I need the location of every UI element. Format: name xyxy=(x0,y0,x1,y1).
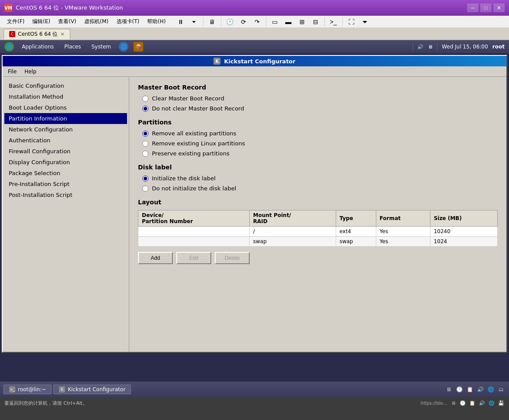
taskbar-kickstart[interactable]: K Kickstart Configurator xyxy=(53,385,131,394)
delete-button[interactable]: Delete xyxy=(215,252,250,264)
disk-label-option-2-label: Do not initialize the disk label xyxy=(152,185,236,192)
toolbar-btn-2[interactable]: ⏷ xyxy=(188,16,200,28)
sidebar-item-pre-install[interactable]: Pre-Installation Script xyxy=(4,179,127,189)
add-button[interactable]: Add xyxy=(138,252,173,264)
sidebar-item-firewall-config[interactable]: Firewall Configuration xyxy=(4,146,127,157)
row1-device xyxy=(138,227,250,237)
layout-table: Device/Partition Number Mount Point/RAID… xyxy=(138,210,498,247)
snapshot2-button[interactable]: ⟳ xyxy=(237,16,250,28)
mbr-option-1-label: Clear Master Boot Record xyxy=(152,95,224,102)
view4-button[interactable]: ⊟ xyxy=(310,16,322,28)
disk-label-option-1-label: Initialize the disk label xyxy=(152,175,216,182)
guest-topbar: 🌀 Applications Places System 🌐 📦 🔊 🖥 Wed… xyxy=(0,40,509,53)
maximize-button[interactable]: □ xyxy=(480,3,492,12)
taskbar-terminal[interactable]: >_ root@lin:~ xyxy=(3,385,52,394)
places-menu[interactable]: Places xyxy=(62,43,83,51)
sidebar-item-network-config[interactable]: Network Configuration xyxy=(4,124,127,135)
statusbar-icon-5: 🌐 xyxy=(488,399,495,406)
tray-icon-4: 🔊 xyxy=(476,385,485,394)
partitions-radio-group: Remove all existing partitions Remove ex… xyxy=(142,130,498,157)
mbr-title: Master Boot Record xyxy=(138,84,498,91)
pause-button[interactable]: ⏸ xyxy=(175,16,187,28)
sidebar-item-post-install[interactable]: Post-Installation Script xyxy=(4,189,127,200)
view2-button[interactable]: ▬ xyxy=(282,16,295,28)
system-menu[interactable]: System xyxy=(89,43,113,51)
kickstart-title-text: Kickstart Configurator xyxy=(224,58,295,65)
send-ctrl-alt-del-button[interactable]: 🖥 xyxy=(206,16,218,28)
toolbar-sep-4 xyxy=(324,17,325,27)
partition-option-1[interactable]: Remove all existing partitions xyxy=(142,130,498,137)
title-bar-left: VM CentOS 6 64 位 - VMware Workstation xyxy=(4,4,123,12)
taskbar-right: 🖥 🕐 📋 🔊 🌐 🗂 xyxy=(444,385,506,394)
minimize-button[interactable]: ─ xyxy=(467,3,478,12)
tray-icon-6: 🗂 xyxy=(497,385,506,394)
disk-label-title: Disk label xyxy=(138,164,498,171)
sidebar-item-authentication[interactable]: Authentication xyxy=(4,135,127,146)
fullscreen-button[interactable]: ⛶ xyxy=(345,16,358,28)
toolbar-sep-5 xyxy=(342,17,343,27)
statusbar-right: https://blo... 🖥 🕐 📋 🔊 🌐 💾 xyxy=(421,399,505,406)
view3-button[interactable]: ⊞ xyxy=(296,16,308,28)
partition-radio-2[interactable] xyxy=(142,141,148,147)
menu-file[interactable]: 文件(F) xyxy=(3,17,28,26)
kickstart-window: K Kickstart Configurator File Help Basic… xyxy=(2,55,507,353)
col-type: Type xyxy=(336,210,376,227)
sidebar-item-package-selection[interactable]: Package Selection xyxy=(4,168,127,179)
right-panel: Master Boot Record Clear Master Boot Rec… xyxy=(129,77,506,352)
snapshot-button[interactable]: 🕐 xyxy=(224,16,236,28)
tab-close-button[interactable]: ✕ xyxy=(60,31,64,37)
partition-option-1-label: Remove all existing partitions xyxy=(152,130,236,137)
statusbar-icon-2: 🕐 xyxy=(459,399,466,406)
edit-button[interactable]: Edit xyxy=(176,252,211,264)
view-button[interactable]: ▭ xyxy=(269,16,281,28)
partition-radio-3[interactable] xyxy=(142,151,148,157)
disk-label-radio-1[interactable] xyxy=(142,176,148,182)
disk-label-option-1[interactable]: Initialize the disk label xyxy=(142,175,498,182)
vm-tab[interactable]: C CentOS 6 64 位 ✕ xyxy=(3,29,70,39)
row1-type: ext4 xyxy=(336,227,376,237)
terminal-icon: >_ xyxy=(9,386,15,392)
mbr-radio-2[interactable] xyxy=(142,106,148,112)
menu-tabs[interactable]: 选项卡(T) xyxy=(113,17,143,26)
partition-option-3[interactable]: Preserve existing partitions xyxy=(142,150,498,157)
menu-view[interactable]: 查看(V) xyxy=(55,17,80,26)
menu-vm[interactable]: 虚拟机(M) xyxy=(81,17,112,26)
sidebar-item-display-config[interactable]: Display Configuration xyxy=(4,157,127,168)
mbr-option-2[interactable]: Do not clear Master Boot Record xyxy=(142,105,498,112)
tray-icon-3: 📋 xyxy=(465,385,474,394)
guest-area: 🌀 Applications Places System 🌐 📦 🔊 🖥 Wed… xyxy=(0,40,509,409)
col-mount: Mount Point/RAID xyxy=(249,210,336,227)
topbar-volume-icon: 🔊 xyxy=(417,44,423,50)
disk-label-radio-2[interactable] xyxy=(142,186,148,192)
toolbar-sep-1 xyxy=(203,17,203,27)
statusbar: 要返回到您的计算机，请按 Ctrl+Alt。 https://blo... 🖥 … xyxy=(0,397,509,409)
partitions-title: Partitions xyxy=(138,119,498,126)
col-format: Format xyxy=(376,210,430,227)
sidebar-item-installation-method[interactable]: Installation Method xyxy=(4,91,127,102)
statusbar-icon-1: 🖥 xyxy=(450,399,457,406)
menu-edit[interactable]: 编辑(E) xyxy=(29,17,54,26)
user-display: root xyxy=(492,44,505,50)
sidebar: Basic Configuration Installation Method … xyxy=(3,77,129,352)
fullscreen2-button[interactable]: ⏷ xyxy=(359,16,371,28)
snapshot3-button[interactable]: ↷ xyxy=(251,16,263,28)
mbr-radio-1[interactable] xyxy=(142,96,148,102)
close-button[interactable]: ✕ xyxy=(493,3,505,12)
guest-topbar-left: 🌀 Applications Places System 🌐 📦 xyxy=(4,42,143,52)
disk-label-option-2[interactable]: Do not initialize the disk label xyxy=(142,185,498,192)
mbr-option-1[interactable]: Clear Master Boot Record xyxy=(142,95,498,102)
kickstart-menubar: File Help xyxy=(3,66,506,77)
applications-menu[interactable]: Applications xyxy=(19,43,56,51)
topbar-network-icon: 🖥 xyxy=(428,44,433,50)
partition-option-2[interactable]: Remove existing Linux partitions xyxy=(142,140,498,147)
sidebar-item-boot-loader[interactable]: Boot Loader Options xyxy=(4,102,127,113)
partition-radio-1[interactable] xyxy=(142,131,148,137)
menu-help[interactable]: 帮助(H) xyxy=(144,17,169,26)
toolbar-sep-2 xyxy=(221,17,221,27)
kickstart-help-menu[interactable]: Help xyxy=(21,68,40,76)
kickstart-file-menu[interactable]: File xyxy=(4,68,20,76)
console-button[interactable]: >_ xyxy=(327,16,340,28)
sidebar-item-partition-info[interactable]: Partition Information xyxy=(4,113,127,124)
col-device: Device/Partition Number xyxy=(138,210,250,227)
sidebar-item-basic-config[interactable]: Basic Configuration xyxy=(4,80,127,91)
